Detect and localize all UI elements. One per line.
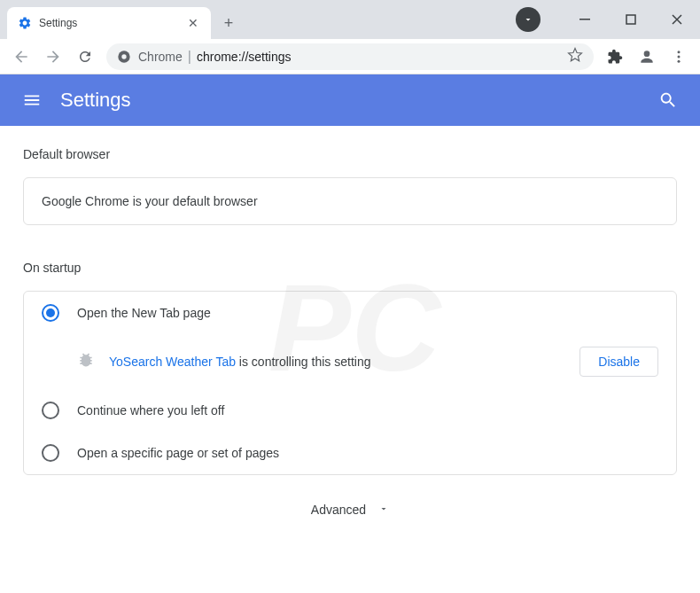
- svg-point-5: [678, 51, 681, 53]
- radio-label: Open a specific page or set of pages: [77, 446, 279, 460]
- back-button[interactable]: [7, 43, 35, 71]
- address-bar[interactable]: Chrome | chrome://settings: [106, 43, 594, 70]
- advanced-label: Advanced: [311, 503, 366, 517]
- disable-button[interactable]: Disable: [579, 347, 658, 377]
- hamburger-icon[interactable]: [14, 82, 50, 118]
- content-scroll[interactable]: Default browser Google Chrome is your de…: [0, 126, 700, 593]
- settings-header: Settings: [0, 74, 700, 126]
- forward-button[interactable]: [39, 43, 67, 71]
- browser-tab[interactable]: Settings ✕: [7, 7, 211, 39]
- maximize-button[interactable]: [611, 6, 650, 33]
- section-default-browser-label: Default browser: [23, 147, 677, 161]
- extensions-icon[interactable]: [601, 43, 629, 71]
- radio-unchecked-icon[interactable]: [42, 402, 59, 419]
- radio-label: Continue where you left off: [77, 403, 224, 417]
- svg-point-4: [644, 51, 650, 57]
- new-tab-button[interactable]: +: [216, 11, 241, 35]
- search-icon[interactable]: [650, 82, 686, 118]
- extension-control-row: YoSearch Weather Tab is controlling this…: [24, 334, 676, 389]
- reload-button[interactable]: [71, 43, 99, 71]
- chrome-icon: [117, 50, 131, 64]
- radio-unchecked-icon[interactable]: [42, 444, 59, 462]
- kebab-menu-icon[interactable]: [665, 43, 693, 71]
- startup-card: Open the New Tab page YoSearch Weather T…: [23, 291, 677, 475]
- omnibox-url: chrome://settings: [197, 50, 292, 64]
- close-button[interactable]: [657, 6, 696, 33]
- minimize-button[interactable]: [565, 6, 604, 33]
- omnibox-separator: |: [188, 49, 191, 65]
- svg-point-3: [121, 54, 126, 59]
- star-icon[interactable]: [567, 47, 583, 66]
- svg-point-7: [678, 59, 681, 62]
- svg-point-6: [678, 55, 681, 58]
- startup-option-continue[interactable]: Continue where you left off: [24, 389, 676, 432]
- default-browser-message: Google Chrome is your default browser: [42, 194, 258, 208]
- shield-icon[interactable]: [516, 7, 541, 32]
- window-titlebar: Settings ✕ +: [0, 0, 700, 39]
- extension-link[interactable]: YoSearch Weather Tab: [109, 355, 236, 369]
- page-title: Settings: [60, 89, 650, 112]
- extension-suffix: is controlling this setting: [236, 355, 371, 369]
- svg-rect-1: [626, 15, 635, 24]
- extension-text: YoSearch Weather Tab is controlling this…: [109, 355, 579, 369]
- chevron-down-icon: [378, 502, 389, 518]
- startup-option-specific[interactable]: Open a specific page or set of pages: [24, 432, 676, 474]
- gear-icon: [18, 16, 32, 30]
- close-icon[interactable]: ✕: [186, 16, 200, 30]
- default-browser-card: Google Chrome is your default browser: [23, 177, 677, 225]
- omnibox-prefix: Chrome: [138, 50, 183, 64]
- bug-icon: [77, 351, 95, 372]
- startup-option-newtab[interactable]: Open the New Tab page: [24, 292, 676, 334]
- radio-checked-icon[interactable]: [42, 304, 59, 322]
- section-startup-label: On startup: [23, 261, 677, 275]
- tab-title: Settings: [39, 17, 186, 29]
- radio-label: Open the New Tab page: [77, 306, 211, 320]
- svg-rect-0: [579, 19, 590, 20]
- advanced-toggle[interactable]: Advanced: [23, 475, 677, 527]
- profile-icon[interactable]: [633, 43, 661, 71]
- browser-navbar: Chrome | chrome://settings: [0, 39, 700, 74]
